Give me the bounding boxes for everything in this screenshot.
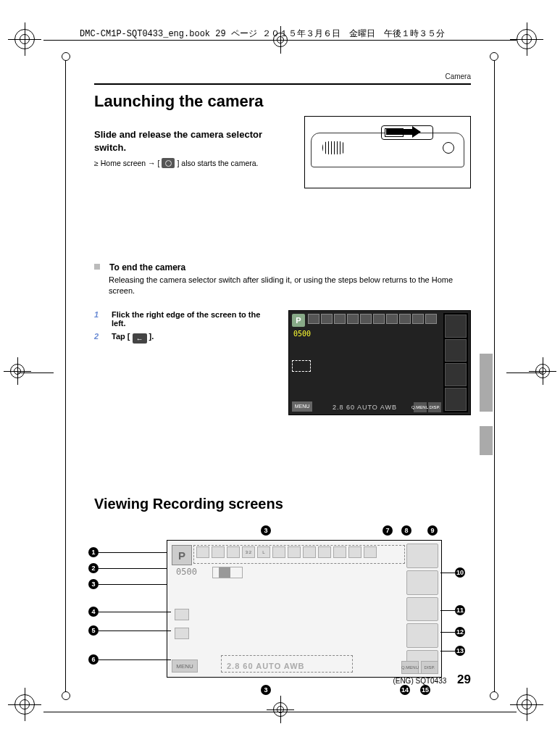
step-1: 1 Flick the right edge of the screen to … xyxy=(94,310,275,328)
steps-block: 1 Flick the right edge of the screen to … xyxy=(94,310,471,344)
end-camera-block: To end the camera Releasing the camera s… xyxy=(94,262,471,297)
callout-3b: 3 xyxy=(88,579,99,589)
frame-count: 0500 xyxy=(176,567,197,577)
step-text: Flick the right edge of the screen to th… xyxy=(112,310,275,328)
crop-dot xyxy=(490,691,498,700)
callout-13: 13 xyxy=(455,646,465,656)
crop-mark xyxy=(14,694,43,723)
crop-rule xyxy=(65,57,66,696)
figure-small-screen: P 0500 MENU 2.8 60 AUTO AWB Q.MENU DISP. xyxy=(288,310,471,415)
lead-instruction: Slide and release the camera selector sw… xyxy=(94,128,283,154)
crop-mark xyxy=(517,694,546,723)
touch-tab-icon xyxy=(292,360,311,372)
side-panel xyxy=(406,544,438,674)
note-suffix: ] also starts the camera. xyxy=(177,159,258,167)
page-content: Camera Launching the camera Slide and re… xyxy=(94,72,471,686)
back-arrow-icon: ← xyxy=(133,333,147,344)
exposure-readout: 2.8 60 AUTO AWB xyxy=(227,662,305,670)
end-camera-title: To end the camera xyxy=(109,262,185,272)
square-bullet-icon xyxy=(94,264,100,270)
qmenu-label: Q.MENU xyxy=(414,402,427,412)
figure-recording-screen: 3 7 8 9 P 3:2L 0500 MENU 2.8 60 AUTO AWB… xyxy=(167,527,456,686)
camera-icon xyxy=(162,158,175,168)
page-number: 29 xyxy=(457,673,471,686)
frame-count: 0500 xyxy=(293,330,311,338)
footer-code: (ENG) SQT0433 xyxy=(393,677,446,685)
page-footer: (ENG) SQT0433 29 xyxy=(94,673,471,687)
figure-selector-switch xyxy=(304,116,471,188)
crop-mark xyxy=(10,364,25,381)
note-prefix: Home screen → [ xyxy=(101,159,160,167)
section-label: Camera xyxy=(94,72,471,80)
step2-suffix: ]. xyxy=(149,332,154,341)
crop-mark xyxy=(517,29,546,58)
callout-8: 8 xyxy=(401,525,411,536)
side-panel xyxy=(443,313,468,412)
touch-tab-icon xyxy=(175,609,189,620)
crop-dot xyxy=(62,52,70,61)
callout-9: 9 xyxy=(427,525,438,536)
crop-mark xyxy=(14,29,43,58)
callout-1: 1 xyxy=(88,547,99,557)
crop-mark xyxy=(535,364,550,381)
callout-3: 3 xyxy=(261,525,271,536)
step-number: 2 xyxy=(94,332,103,344)
callout-4: 4 xyxy=(88,607,99,617)
qmenu-disp: Q.MENU DISP. xyxy=(414,402,441,412)
callout-12: 12 xyxy=(455,627,465,637)
step2-prefix: Tap [ xyxy=(112,332,130,341)
callout-6: 6 xyxy=(88,654,99,665)
step-number: 1 xyxy=(94,310,103,328)
heading-viewing: Viewing Recording screens xyxy=(94,496,471,512)
crop-rule xyxy=(494,57,495,696)
section-rule xyxy=(94,83,471,85)
source-file-tag: DMC-CM1P-SQT0433_eng.book 29 ページ ２０１５年３月… xyxy=(80,28,445,40)
callout-5: 5 xyxy=(88,625,99,636)
callout-2: 2 xyxy=(88,563,99,573)
step-2: 2 Tap [ ← ]. xyxy=(94,332,275,344)
delete-icon xyxy=(175,628,189,639)
mode-badge: P xyxy=(292,314,305,327)
heading-launching: Launching the camera xyxy=(94,92,471,111)
crop-dot xyxy=(62,691,70,700)
menu-label: MENU xyxy=(292,401,312,412)
crop-dot xyxy=(490,52,498,61)
status-icons-row: 3:2L xyxy=(196,546,377,558)
bullet-dot: ≥ xyxy=(94,159,99,167)
callout-11: 11 xyxy=(455,605,465,615)
end-camera-text: Releasing the camera selector switch aft… xyxy=(109,275,471,297)
callout-7: 7 xyxy=(383,525,393,536)
callout-10: 10 xyxy=(455,567,465,578)
exposure-readout: 2.8 60 AUTO AWB xyxy=(333,404,397,411)
histogram-icon xyxy=(212,567,243,578)
crop-mark xyxy=(273,702,288,720)
tab-marker xyxy=(480,426,493,455)
tab-marker xyxy=(480,354,493,412)
mode-badge: P xyxy=(172,545,192,565)
disp-label: DISP. xyxy=(428,402,441,412)
step-text: Tap [ ← ]. xyxy=(112,332,275,344)
menu-label: MENU xyxy=(172,659,198,673)
